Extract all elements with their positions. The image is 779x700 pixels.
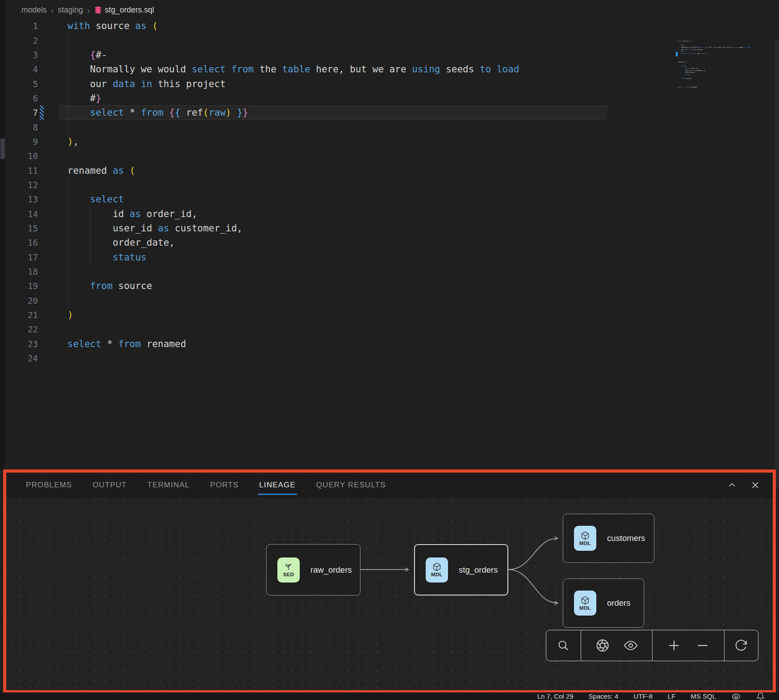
cursor-position[interactable]: Ln 7, Col 29 <box>537 692 574 700</box>
bottom-panel-highlighted: PROBLEMSOUTPUTTERMINALPORTSLINEAGEQUERY … <box>3 469 776 693</box>
gutter-spacer <box>40 19 46 33</box>
breadcrumb-file[interactable]: stg_orders.sql <box>94 5 154 15</box>
sidebar-drag-handle[interactable] <box>0 138 5 159</box>
close-icon[interactable] <box>750 480 760 490</box>
line-number: 20 <box>5 296 38 306</box>
code-line-18[interactable]: 18 <box>5 264 779 279</box>
gutter-spacer <box>40 76 46 91</box>
code-text: ) <box>46 308 779 322</box>
code-editor[interactable]: 1with source as (23 {#-4 Normally we wou… <box>5 20 779 469</box>
code-text: select * from {{ ref(raw) }} <box>46 105 779 120</box>
tab-lineage[interactable]: LINEAGE <box>259 473 295 498</box>
line-number: 19 <box>5 281 38 291</box>
lineage-node-customers[interactable]: MDL customers <box>563 514 654 563</box>
copilot-icon[interactable] <box>731 692 741 700</box>
code-line-23[interactable]: 23select * from renamed <box>5 337 779 351</box>
chevron-up-icon[interactable] <box>727 480 737 490</box>
toolbar-segment <box>652 630 724 661</box>
bell-icon[interactable] <box>756 692 765 700</box>
code-line-16[interactable]: 16 order_date, <box>5 235 779 250</box>
code-line-5[interactable]: 5 our data in this project <box>5 76 779 91</box>
tab-output[interactable]: OUTPUT <box>92 473 126 498</box>
code-line-1[interactable]: 1with source as ( <box>5 19 779 33</box>
encoding[interactable]: UTF-8 <box>633 692 653 700</box>
code-line-9[interactable]: 9), <box>5 134 779 149</box>
aperture-button[interactable] <box>595 638 610 653</box>
cube-icon <box>581 531 590 540</box>
gutter-spacer <box>40 308 46 322</box>
eye-icon <box>624 638 638 653</box>
cube-icon <box>432 562 441 571</box>
code-line-22[interactable]: 22 <box>5 322 779 336</box>
line-number: 14 <box>5 209 38 219</box>
line-number: 11 <box>5 166 38 176</box>
code-line-2[interactable]: 2 <box>5 33 779 47</box>
code-line-3[interactable]: 3 {#- <box>5 48 779 62</box>
code-line-14[interactable]: 14 id as order_id, <box>5 206 779 221</box>
language-mode[interactable]: MS SQL <box>691 692 716 700</box>
panel-controls <box>727 480 773 490</box>
gutter-spacer <box>40 62 46 76</box>
code-line-7[interactable]: 7 select * from {{ ref(raw) }} <box>5 105 779 120</box>
indent-guide <box>90 235 91 250</box>
chevron-right-icon: › <box>88 5 90 15</box>
code-line-6[interactable]: 6 #} <box>5 91 779 105</box>
badge-label: MDL <box>579 541 591 546</box>
indent-guide <box>67 250 68 264</box>
gutter-spacer <box>40 351 46 365</box>
zoom-in-button[interactable] <box>667 638 681 653</box>
minimap-modified-marker <box>676 52 678 56</box>
tab-ports[interactable]: PORTS <box>210 473 239 498</box>
lineage-node-stg-orders[interactable]: MDL stg_orders <box>414 544 508 595</box>
code-line-13[interactable]: 13 select <box>5 192 779 206</box>
line-number: 3 <box>5 50 38 60</box>
tab-terminal[interactable]: TERMINAL <box>147 473 190 498</box>
code-line-10[interactable]: 10 <box>5 149 779 163</box>
line-number: 1 <box>5 21 38 31</box>
indent-guide <box>67 235 68 250</box>
toolbar-segment <box>546 630 581 661</box>
code-text <box>46 351 779 365</box>
code-text: Normally we would select from the table … <box>46 62 779 76</box>
panel-tabs: PROBLEMSOUTPUTTERMINALPORTSLINEAGEQUERY … <box>26 473 386 498</box>
code-line-12[interactable]: 12 <box>5 178 779 192</box>
active-tab-underline <box>258 494 297 495</box>
editor-scrollbar[interactable] <box>775 40 779 487</box>
eol-sequence[interactable]: LF <box>668 692 676 700</box>
line-number: 13 <box>5 194 38 204</box>
visibility-button[interactable] <box>624 638 638 653</box>
node-label: customers <box>607 533 645 543</box>
badge-label: MDL <box>431 572 443 577</box>
indentation[interactable]: Spaces: 4 <box>589 692 619 700</box>
minimap[interactable]: with source as ( {#- Normally we would s… <box>678 40 767 91</box>
tab-problems[interactable]: PROBLEMS <box>26 473 72 498</box>
breadcrumb-item-staging[interactable]: staging <box>58 5 83 15</box>
code-line-15[interactable]: 15 user_id as customer_id, <box>5 221 779 235</box>
line-number: 18 <box>5 267 38 277</box>
model-badge: MDL <box>574 526 596 551</box>
line-number: 24 <box>5 353 38 363</box>
code-line-20[interactable]: 20 <box>5 293 779 308</box>
code-line-11[interactable]: 11renamed as ( <box>5 163 779 177</box>
search-button[interactable] <box>557 639 570 652</box>
lineage-canvas[interactable]: SED raw_orders MDL stg_orders <box>6 498 773 690</box>
tab-query-results[interactable]: QUERY RESULTS <box>316 473 386 498</box>
code-text: renamed as ( <box>46 163 779 177</box>
code-text <box>46 264 779 279</box>
refresh-button[interactable] <box>734 639 748 652</box>
vscode-window: models › staging › stg_orders.sql 1with … <box>0 0 779 700</box>
code-line-8[interactable]: 8 <box>5 120 779 134</box>
code-line-24[interactable]: 24 <box>5 351 779 365</box>
code-line-17[interactable]: 17 status <box>5 250 779 264</box>
code-line-4[interactable]: 4 Normally we would select from the tabl… <box>5 62 779 76</box>
code-text <box>46 33 779 47</box>
indent-guide <box>67 91 68 105</box>
code-line-21[interactable]: 21) <box>5 308 779 322</box>
code-line-19[interactable]: 19 from source <box>5 279 779 293</box>
zoom-out-button[interactable] <box>695 638 710 653</box>
gutter-spacer <box>40 120 46 134</box>
breadcrumb-item-models[interactable]: models <box>21 5 46 15</box>
lineage-node-raw-orders[interactable]: SED raw_orders <box>266 544 360 595</box>
lineage-node-orders[interactable]: MDL orders <box>563 578 644 628</box>
line-number: 17 <box>5 252 38 262</box>
